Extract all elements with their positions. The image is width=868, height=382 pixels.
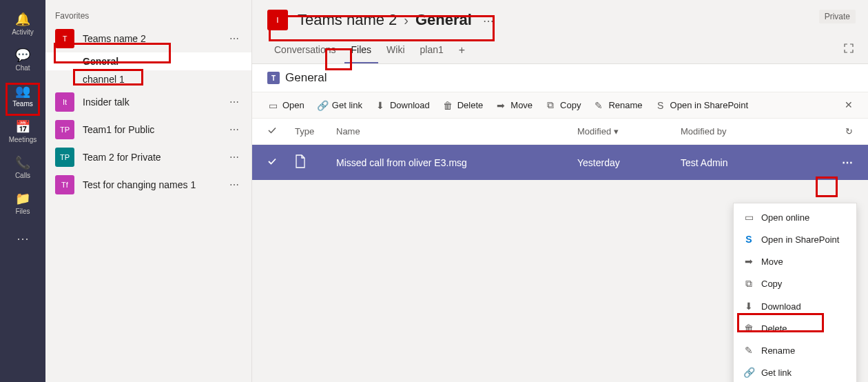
col-modified[interactable]: Modified ▾ [577,126,681,137]
open-button[interactable]: ▭Open [267,100,304,111]
team-avatar: TP [55,148,74,167]
team-avatar: T [55,29,74,48]
team-more-icon[interactable]: ⋯ [227,124,242,135]
file-modified: Yesterday [577,157,681,168]
ctx-rename[interactable]: ✎Rename [734,339,856,361]
rail-meetings[interactable]: 📅 Meetings [0,113,45,149]
add-tab-button[interactable]: + [452,37,472,63]
file-row[interactable]: Missed call from oliver E3.msg Yesterday… [252,145,868,180]
file-context-menu: ▭Open online SOpen in SharePoint ➡Move ⧉… [733,203,857,382]
tab-conversations[interactable]: Conversations [267,37,343,63]
download-button[interactable]: ⬇Download [375,100,430,111]
move-icon: ➡ [495,100,506,111]
file-more-icon[interactable]: ⋯ [818,156,853,169]
breadcrumb: Teams name 2 › General ⋯ [298,11,494,29]
rail-label: Activity [12,28,34,36]
team-name: Team 2 for Private [83,152,218,163]
copy-icon: ⧉ [545,99,556,111]
team-more-icon[interactable]: ⋯ [227,97,242,108]
bell-icon: 🔔 [15,12,30,27]
team-row[interactable]: T Teams name 2 ⋯ [45,25,251,52]
favorites-heading: Favorites [45,7,251,25]
rail-activity[interactable]: 🔔 Activity [0,6,45,41]
file-name: Missed call from oliver E3.msg [336,157,577,168]
files-column-header: Type Name Modified ▾ Modified by ↻ [252,119,868,145]
copy-icon: ⧉ [743,278,754,290]
link-icon: 🔗 [743,367,754,378]
files-toolbar: ▭Open 🔗Get link ⬇Download 🗑Delete ➡Move … [252,92,868,119]
phone-icon: 📞 [15,155,30,170]
channel-general[interactable]: General [45,52,251,70]
move-button[interactable]: ➡Move [495,100,533,111]
file-modified-by: Test Admin [681,157,818,168]
ctx-open-sharepoint[interactable]: SOpen in SharePoint [734,228,856,250]
tab-files[interactable]: Files [344,37,379,63]
ctx-open-online[interactable]: ▭Open online [734,206,856,228]
trash-icon: 🗑 [743,323,754,334]
team-row[interactable]: Tf Test for changing names 1 ⋯ [45,171,251,199]
rail-chat[interactable]: 💬 Chat [0,41,45,77]
rename-icon: ✎ [593,100,604,111]
breadcrumb-team[interactable]: Teams name 2 [298,11,397,29]
rail-label: Calls [15,172,30,179]
rail-label: Chat [15,64,30,72]
open-icon: ▭ [743,212,754,223]
channel-channel1[interactable]: channel 1 [45,70,251,88]
team-avatar: Tf [55,175,74,194]
refresh-icon[interactable]: ↻ [818,126,853,137]
people-icon: 👥 [15,83,30,99]
files-panel: T General ▭Open 🔗Get link ⬇Download 🗑Del… [252,64,868,180]
row-checkbox[interactable] [267,157,295,168]
tab-plan1[interactable]: plan1 [413,37,451,63]
calendar-icon: 📅 [15,119,30,134]
team-avatar: TP [55,120,74,139]
teams-logo-icon: T [267,72,280,84]
toolbar-close-icon[interactable]: ✕ [845,99,853,110]
team-name: Insider talk [83,97,218,108]
team-more-icon[interactable]: ⋯ [227,152,242,163]
ctx-delete[interactable]: 🗑Delete [734,317,856,339]
rail-files[interactable]: 📁 Files [0,185,45,221]
files-title-text: General [285,71,327,85]
rail-calls[interactable]: 📞 Calls [0,149,45,185]
header-avatar: T [267,10,288,30]
open-sharepoint-button[interactable]: SOpen in SharePoint [655,100,748,111]
rail-label: Meetings [9,136,37,143]
team-row[interactable]: TP Team 2 for Private ⋯ [45,143,251,171]
delete-button[interactable]: 🗑Delete [442,100,484,111]
copy-button[interactable]: ⧉Copy [545,99,581,111]
app-rail: 🔔 Activity 💬 Chat 👥 Teams 📅 Meetings 📞 C… [0,0,45,382]
team-name: Test for changing names 1 [83,179,218,190]
rail-teams[interactable]: 👥 Teams [0,77,45,113]
col-modified-by[interactable]: Modified by [681,126,818,137]
header-more-icon[interactable]: ⋯ [483,14,494,28]
team-name: Teams name 2 [83,33,218,44]
tab-wiki[interactable]: Wiki [380,37,411,63]
team-row[interactable]: TP Team1 for Public ⋯ [45,116,251,143]
col-select[interactable] [267,125,295,137]
team-more-icon[interactable]: ⋯ [227,33,242,44]
ctx-copy[interactable]: ⧉Copy [734,272,856,295]
col-name[interactable]: Name [336,126,577,137]
rail-more[interactable]: ⋯ [0,221,45,257]
team-name: Team1 for Public [83,124,218,135]
expand-icon[interactable] [843,43,854,56]
ctx-get-link[interactable]: 🔗Get link [734,361,856,382]
rename-button[interactable]: ✎Rename [593,100,642,111]
rail-label: Teams [12,100,32,108]
download-icon: ⬇ [743,301,754,312]
download-icon: ⬇ [375,100,386,111]
get-link-button[interactable]: 🔗Get link [317,100,362,111]
col-type[interactable]: Type [295,126,336,137]
team-row[interactable]: It Insider talk ⋯ [45,88,251,116]
files-title: T General [252,64,868,92]
rail-label: Files [15,208,30,215]
sharepoint-icon: S [655,100,666,111]
link-icon: 🔗 [317,100,328,111]
ctx-move[interactable]: ➡Move [734,250,856,272]
sharepoint-icon: S [743,234,754,245]
ctx-download[interactable]: ⬇Download [734,295,856,317]
team-more-icon[interactable]: ⋯ [227,179,242,190]
rename-icon: ✎ [743,345,754,356]
open-icon: ▭ [267,100,278,111]
